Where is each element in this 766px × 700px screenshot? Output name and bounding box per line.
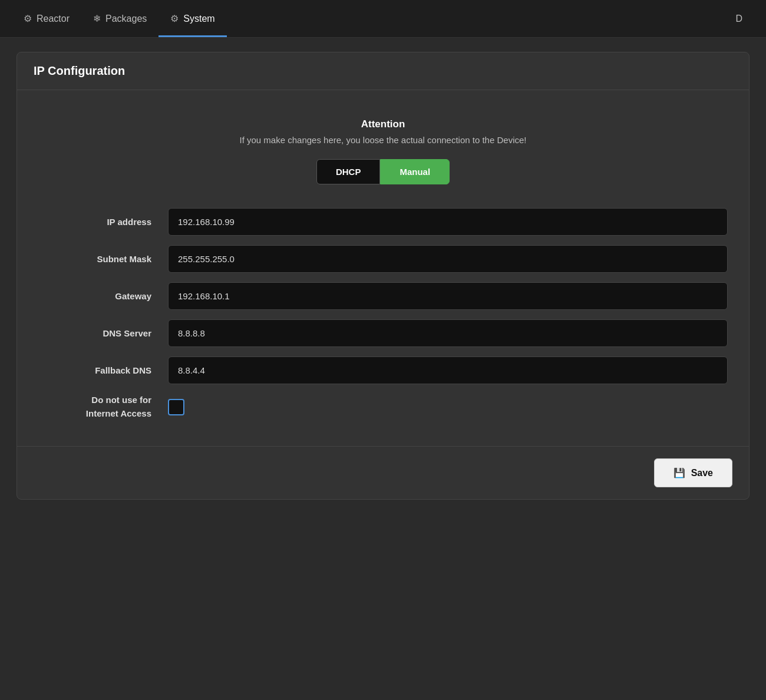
subnet-mask-row: Subnet Mask [34, 245, 732, 273]
subnet-mask-label: Subnet Mask [38, 254, 168, 264]
nav-system-label: System [183, 14, 214, 24]
nav-item-system[interactable]: ⚙ System [159, 0, 226, 37]
nav-extra: D [724, 14, 754, 24]
no-internet-row: Do not use forInternet Access [34, 394, 732, 420]
packages-icon: ❄ [93, 13, 101, 24]
attention-title: Attention [57, 118, 709, 130]
save-label: Save [691, 468, 713, 478]
checkbox-wrapper [168, 399, 728, 415]
save-icon: 💾 [673, 467, 685, 478]
dhcp-button[interactable]: DHCP [316, 159, 381, 184]
save-button[interactable]: 💾 Save [654, 458, 732, 487]
form-section: IP address Subnet Mask Gateway DNS Serve… [34, 201, 732, 437]
nav-packages-label: Packages [105, 14, 147, 24]
mode-buttons: DHCP Manual [57, 159, 709, 184]
card-footer: 💾 Save [17, 446, 749, 499]
gateway-row: Gateway [34, 282, 732, 310]
no-internet-label: Do not use forInternet Access [38, 394, 168, 420]
attention-box: Attention If you make changes here, you … [34, 107, 732, 201]
dns-server-label: DNS Server [38, 328, 168, 338]
ip-address-label: IP address [38, 217, 168, 227]
dns-server-row: DNS Server [34, 319, 732, 347]
manual-button[interactable]: Manual [380, 159, 450, 184]
card-title: IP Configuration [34, 64, 732, 78]
ip-address-input[interactable] [168, 208, 728, 236]
card-body: Attention If you make changes here, you … [17, 90, 749, 437]
subnet-mask-input[interactable] [168, 245, 728, 273]
fallback-dns-label: Fallback DNS [38, 365, 168, 375]
nav-item-reactor[interactable]: ⚙ Reactor [12, 0, 81, 37]
ip-config-card: IP Configuration Attention If you make c… [16, 52, 750, 500]
attention-message: If you make changes here, you loose the … [57, 135, 709, 145]
fallback-dns-input[interactable] [168, 356, 728, 384]
system-icon: ⚙ [170, 13, 179, 24]
nav-item-packages[interactable]: ❄ Packages [81, 0, 159, 37]
ip-address-row: IP address [34, 208, 732, 236]
gateway-label: Gateway [38, 291, 168, 301]
card-header: IP Configuration [17, 52, 749, 90]
gateway-input[interactable] [168, 282, 728, 310]
main-content: IP Configuration Attention If you make c… [0, 38, 766, 514]
navbar: ⚙ Reactor ❄ Packages ⚙ System D [0, 0, 766, 38]
nav-reactor-label: Reactor [37, 14, 70, 24]
fallback-dns-row: Fallback DNS [34, 356, 732, 384]
dns-server-input[interactable] [168, 319, 728, 347]
reactor-icon: ⚙ [24, 13, 32, 24]
no-internet-checkbox[interactable] [168, 399, 184, 415]
